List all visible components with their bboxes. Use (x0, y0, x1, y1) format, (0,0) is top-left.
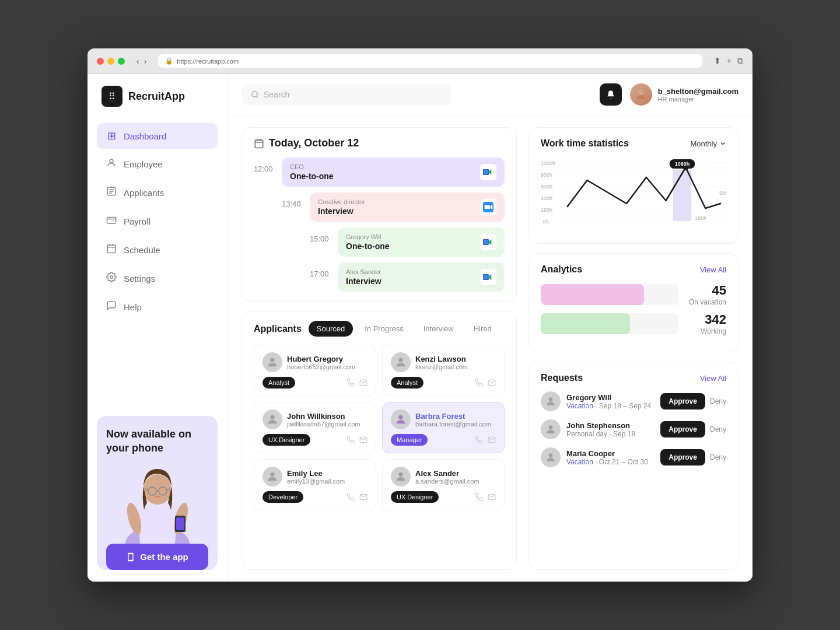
sidebar-item-label: Settings (124, 274, 155, 284)
analytics-title: Analytics (541, 264, 582, 275)
sidebar-item-help[interactable]: Help (97, 294, 218, 320)
event-card[interactable]: Creative director Interview (310, 192, 505, 222)
request-dates: · Sep 18 – Sep 24 (595, 402, 651, 410)
phone-icon[interactable] (346, 379, 355, 387)
calendar-icon (254, 138, 264, 149)
deny-button[interactable]: Deny (710, 421, 726, 438)
svg-text:1200h: 1200h (541, 160, 555, 166)
tabs-icon[interactable]: ⧉ (737, 56, 743, 66)
email-icon[interactable] (488, 436, 496, 444)
back-button[interactable]: ‹ (136, 57, 139, 66)
notification-button[interactable] (600, 83, 622, 106)
phone-icon[interactable] (475, 379, 483, 387)
applicant-name: Barbra Forest (415, 412, 491, 421)
svg-text:1060h: 1060h (675, 161, 690, 167)
request-name: Gregory Will (566, 393, 654, 402)
sidebar-item-payroll[interactable]: Payroll (97, 208, 218, 235)
forward-button[interactable]: › (144, 57, 147, 66)
stats-title: Work time statistics (541, 138, 629, 149)
event-title: Interview (346, 276, 382, 286)
applicant-avatar (391, 467, 411, 487)
requests-view-all[interactable]: View All (700, 374, 726, 383)
event-card[interactable]: Gregory Will One-to-one (338, 228, 505, 257)
action-icons (346, 436, 368, 444)
event-time: 13:40 (282, 192, 304, 208)
request-item: Maria Cooper Vacation · Oct 21 – Oct 30 … (541, 447, 726, 467)
sidebar-item-applicants[interactable]: Applicants (97, 180, 218, 206)
search-box[interactable]: Search (242, 84, 452, 105)
url-bar[interactable]: 🔒 https://recruitapp.com (158, 54, 702, 68)
request-dates: · Sep 18 (609, 430, 635, 438)
sidebar-item-schedule[interactable]: Schedule (97, 237, 218, 263)
email-icon[interactable] (359, 436, 368, 444)
applicant-card-highlighted[interactable]: Barbra Forest barbara.forest@gmail.com M… (382, 402, 505, 453)
tab-interview[interactable]: Interview (415, 321, 462, 337)
role-badge: Analyst (262, 377, 295, 388)
action-icons (346, 493, 368, 501)
event-category: CEO (290, 163, 334, 170)
approve-button[interactable]: Approve (660, 449, 705, 466)
applicant-avatar (262, 352, 282, 372)
event-row: 12:00 CEO One-to-one (254, 158, 505, 187)
event-card[interactable]: Alex Sander Interview (338, 262, 505, 292)
svg-text:190h: 190h (541, 207, 552, 213)
applicant-card[interactable]: Hubert Gregory hubert5652@gmail.com Anal… (254, 345, 376, 396)
request-actions: Approve Deny (660, 393, 726, 410)
minimize-button[interactable] (107, 58, 114, 65)
applicant-name: Alex Sander (415, 469, 480, 478)
email-icon[interactable] (359, 493, 368, 501)
svg-text:500h: 500h (719, 190, 726, 196)
applicant-top: Hubert Gregory hubert5652@gmail.com (262, 352, 368, 372)
meet-icon (480, 269, 496, 285)
new-tab-icon[interactable]: + (727, 56, 732, 66)
deny-button[interactable]: Deny (710, 449, 726, 466)
svg-text:800h: 800h (541, 184, 552, 190)
approve-button[interactable]: Approve (660, 421, 705, 438)
svg-text:190h: 190h (695, 215, 706, 221)
help-icon (105, 300, 118, 314)
email-icon[interactable] (488, 379, 496, 387)
sidebar-item-settings[interactable]: Settings (97, 265, 218, 292)
sidebar-item-employee[interactable]: Employee (97, 151, 218, 177)
applicant-card[interactable]: John Willkinson jwilllkinson67@gmail.com… (254, 402, 376, 453)
approve-button[interactable]: Approve (660, 393, 705, 410)
applicant-bottom: Analyst (262, 377, 368, 388)
sidebar-item-dashboard[interactable]: ⊞ Dashboard (97, 123, 218, 149)
tab-hired[interactable]: Hired (466, 321, 500, 337)
close-button[interactable] (97, 58, 104, 65)
monthly-selector[interactable]: Monthly (690, 139, 726, 148)
analytics-view-all[interactable]: View All (700, 265, 726, 274)
tab-inprogress[interactable]: In Progress (356, 321, 411, 337)
tab-sourced[interactable]: Sourced (309, 321, 353, 337)
deny-button[interactable]: Deny (710, 393, 726, 410)
analytics-row: 45 On vacation (541, 283, 726, 306)
promo-title: Now available on your phone (106, 428, 208, 455)
event-card[interactable]: CEO One-to-one (282, 158, 505, 187)
applicant-card[interactable]: Alex Sander a.sanders@gmail.com UX Desig… (382, 459, 505, 510)
user-info[interactable]: b_shelton@gmail.com HR manager (630, 83, 738, 106)
phone-icon[interactable] (346, 436, 355, 444)
main-area: Search b_shelton@gmail.com HR manager (228, 74, 752, 582)
applicant-info: John Willkinson jwilllkinson67@gmail.com (287, 412, 360, 428)
applicant-avatar (262, 467, 282, 487)
email-icon[interactable] (488, 493, 496, 501)
chart-svg: 1200h 900h 800h 400h 190h 0h (541, 157, 726, 233)
user-role: HR manager (658, 96, 738, 103)
applicants-tabs: Sourced In Progress Interview Hired (309, 321, 500, 337)
applicant-card[interactable]: Kenzi Lawson kkenz@gmail.com Analyst (382, 345, 505, 396)
date-text: Today, October 12 (269, 137, 359, 149)
phone-icon[interactable] (475, 436, 483, 444)
analytics-header: Analytics View All (541, 264, 726, 275)
get-app-button[interactable]: Get the app (106, 544, 208, 570)
event-category: Gregory Will (346, 233, 390, 240)
svg-point-38 (398, 358, 402, 362)
phone-icon[interactable] (346, 493, 355, 501)
request-type: Personal day (566, 430, 607, 438)
email-icon[interactable] (359, 379, 368, 387)
phone-icon[interactable] (475, 493, 483, 501)
share-icon[interactable]: ⬆ (714, 56, 721, 66)
event-title: One-to-one (290, 172, 334, 181)
applicant-info: Emily Lee emily13@gmail.com (287, 469, 345, 485)
applicant-card[interactable]: Emily Lee emily13@gmail.com Developer (254, 459, 376, 510)
maximize-button[interactable] (118, 58, 125, 65)
